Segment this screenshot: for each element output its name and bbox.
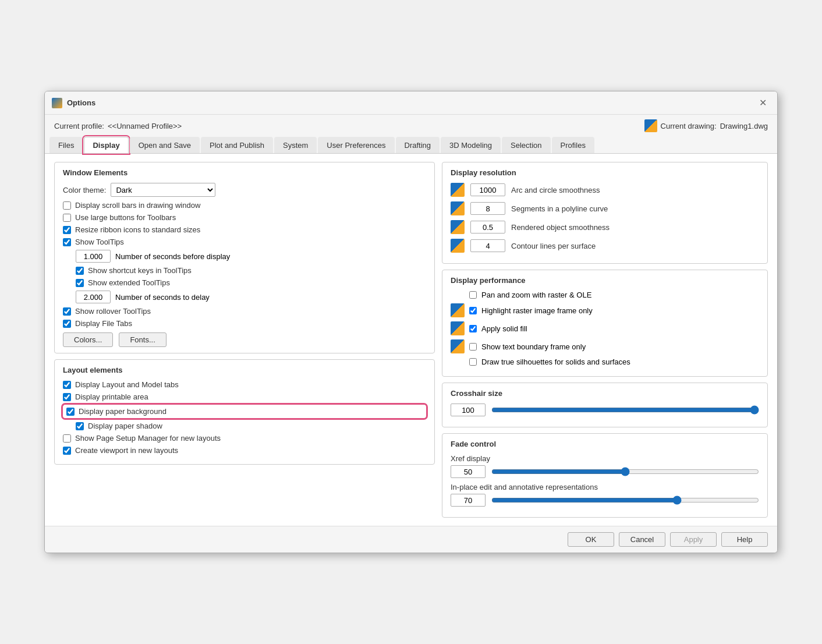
fade-control-title: Fade control bbox=[451, 440, 759, 448]
profile-label: Current profile: bbox=[54, 122, 104, 130]
page-setup-row: Show Page Setup Manager for new layouts bbox=[63, 434, 426, 443]
printable-area-label: Display printable area bbox=[75, 392, 148, 401]
xref-slider[interactable] bbox=[491, 467, 759, 476]
page-setup-checkbox[interactable] bbox=[63, 434, 71, 443]
layout-elements-title: Layout elements bbox=[63, 366, 426, 374]
apply-button[interactable]: Apply bbox=[670, 532, 717, 547]
extended-tooltips-row: Show extended ToolTips bbox=[76, 278, 426, 287]
paper-shadow-checkbox[interactable] bbox=[76, 422, 84, 430]
paper-shadow-row: Display paper shadow bbox=[76, 422, 426, 430]
shortcut-keys-label: Show shortcut keys in ToolTips bbox=[88, 266, 192, 275]
res-row-2: Rendered object smoothness bbox=[451, 220, 759, 234]
apply-solid-label: Apply solid fill bbox=[481, 324, 527, 333]
file-tabs-label: Display File Tabs bbox=[75, 319, 132, 328]
tab-plot[interactable]: Plot and Publish bbox=[201, 137, 273, 153]
help-button[interactable]: Help bbox=[721, 532, 768, 547]
crosshair-value-input[interactable] bbox=[451, 404, 486, 416]
res-row-3: Contour lines per surface bbox=[451, 239, 759, 253]
options-dialog: Options ✕ Current profile: <<Unnamed Pro… bbox=[44, 91, 778, 553]
scroll-bars-label: Display scroll bars in drawing window bbox=[75, 201, 200, 210]
silhouettes-label: Draw true silhouettes for solids and sur… bbox=[481, 358, 630, 366]
res-label-2: Rendered object smoothness bbox=[511, 223, 610, 232]
perf-row-4: Draw true silhouettes for solids and sur… bbox=[451, 358, 759, 366]
tab-user-prefs[interactable]: User Preferences bbox=[318, 137, 394, 153]
fonts-button[interactable]: Fonts... bbox=[119, 332, 166, 347]
res-icon-0 bbox=[451, 183, 465, 197]
layout-model-tabs-checkbox[interactable] bbox=[63, 381, 71, 389]
create-viewport-checkbox[interactable] bbox=[63, 447, 71, 455]
resize-icons-checkbox[interactable] bbox=[63, 226, 71, 234]
res-input-2[interactable] bbox=[470, 221, 505, 233]
shortcut-keys-row: Show shortcut keys in ToolTips bbox=[76, 266, 426, 275]
scroll-bars-checkbox[interactable] bbox=[63, 201, 71, 210]
ok-button[interactable]: OK bbox=[568, 532, 614, 547]
tab-3d-modeling[interactable]: 3D Modeling bbox=[441, 137, 501, 153]
crosshair-title: Crosshair size bbox=[451, 389, 759, 398]
paper-background-checkbox[interactable] bbox=[66, 408, 75, 416]
silhouettes-checkbox[interactable] bbox=[469, 358, 477, 366]
main-content: Window Elements Color theme: Dark Light … bbox=[45, 154, 777, 526]
crosshair-slider[interactable] bbox=[491, 405, 759, 415]
res-row-0: Arc and circle smoothness bbox=[451, 183, 759, 197]
pan-zoom-checkbox[interactable] bbox=[469, 291, 477, 299]
colors-fonts-row: Colors... Fonts... bbox=[63, 332, 426, 347]
apply-solid-checkbox[interactable] bbox=[469, 325, 477, 332]
layout-elements-section: Layout elements Display Layout and Model… bbox=[54, 359, 435, 465]
profile-left: Current profile: <<Unnamed Profile>> bbox=[54, 122, 182, 130]
large-buttons-row: Use large buttons for Toolbars bbox=[63, 213, 426, 222]
res-input-3[interactable] bbox=[470, 239, 505, 252]
tab-selection[interactable]: Selection bbox=[502, 137, 550, 153]
layout-model-tabs-label: Display Layout and Model tabs bbox=[75, 380, 179, 389]
fade-control-section: Fade control Xref display In-place edit … bbox=[442, 433, 768, 518]
drawing-icon bbox=[644, 119, 657, 132]
cancel-button[interactable]: Cancel bbox=[619, 532, 665, 547]
file-tabs-checkbox[interactable] bbox=[63, 320, 71, 328]
res-input-1[interactable] bbox=[470, 202, 505, 215]
text-boundary-checkbox[interactable] bbox=[469, 343, 477, 351]
res-row-1: Segments in a polyline curve bbox=[451, 201, 759, 215]
shortcut-keys-checkbox[interactable] bbox=[76, 267, 84, 275]
drawing-value: Drawing1.dwg bbox=[720, 122, 768, 130]
rollover-tooltips-checkbox[interactable] bbox=[63, 307, 71, 316]
rollover-tooltips-row: Show rollover ToolTips bbox=[63, 307, 426, 316]
tab-drafting[interactable]: Drafting bbox=[396, 137, 440, 153]
tooltip-delay-before-input[interactable] bbox=[76, 250, 111, 263]
page-setup-label: Show Page Setup Manager for new layouts bbox=[75, 434, 221, 443]
highlight-raster-checkbox[interactable] bbox=[469, 307, 477, 314]
printable-area-row: Display printable area bbox=[63, 392, 426, 401]
printable-area-checkbox[interactable] bbox=[63, 393, 71, 401]
scroll-bars-row: Display scroll bars in drawing window bbox=[63, 201, 426, 210]
res-label-0: Arc and circle smoothness bbox=[511, 186, 600, 194]
footer: OK Cancel Apply Help bbox=[45, 526, 777, 553]
tab-system[interactable]: System bbox=[274, 137, 317, 153]
close-button[interactable]: ✕ bbox=[756, 96, 770, 109]
color-theme-select[interactable]: Dark Light bbox=[111, 183, 215, 197]
left-panel: Window Elements Color theme: Dark Light … bbox=[54, 162, 435, 518]
show-tooltips-row: Show ToolTips bbox=[63, 238, 426, 246]
perf-icon-2 bbox=[451, 321, 465, 335]
show-tooltips-label: Show ToolTips bbox=[75, 238, 124, 246]
xref-value-input[interactable] bbox=[451, 465, 486, 478]
res-input-0[interactable] bbox=[470, 183, 505, 196]
rollover-tooltips-label: Show rollover ToolTips bbox=[75, 307, 151, 316]
tooltip-delay-input[interactable] bbox=[76, 291, 111, 303]
title-bar-left: Options bbox=[52, 98, 95, 108]
tooltip-delay-before-row: Number of seconds before display bbox=[76, 250, 426, 263]
resize-icons-row: Resize ribbon icons to standard sizes bbox=[63, 225, 426, 234]
show-tooltips-checkbox[interactable] bbox=[63, 238, 71, 246]
inplace-slider[interactable] bbox=[491, 496, 759, 505]
tab-display[interactable]: Display bbox=[84, 137, 128, 153]
display-performance-title: Display performance bbox=[451, 276, 759, 285]
extended-tooltips-checkbox[interactable] bbox=[76, 279, 84, 287]
tab-profiles[interactable]: Profiles bbox=[552, 137, 594, 153]
large-buttons-checkbox[interactable] bbox=[63, 214, 71, 222]
extended-tooltips-label: Show extended ToolTips bbox=[88, 278, 170, 287]
inplace-value-input[interactable] bbox=[451, 494, 486, 507]
tooltip-delay-before-label: Number of seconds before display bbox=[115, 252, 230, 261]
res-icon-2 bbox=[451, 220, 465, 234]
tab-open-save[interactable]: Open and Save bbox=[130, 137, 200, 153]
drawing-label: Current drawing: bbox=[661, 122, 717, 130]
tooltip-delay-row: Number of seconds to delay bbox=[76, 291, 426, 303]
tab-files[interactable]: Files bbox=[49, 137, 83, 153]
colors-button[interactable]: Colors... bbox=[63, 332, 113, 347]
